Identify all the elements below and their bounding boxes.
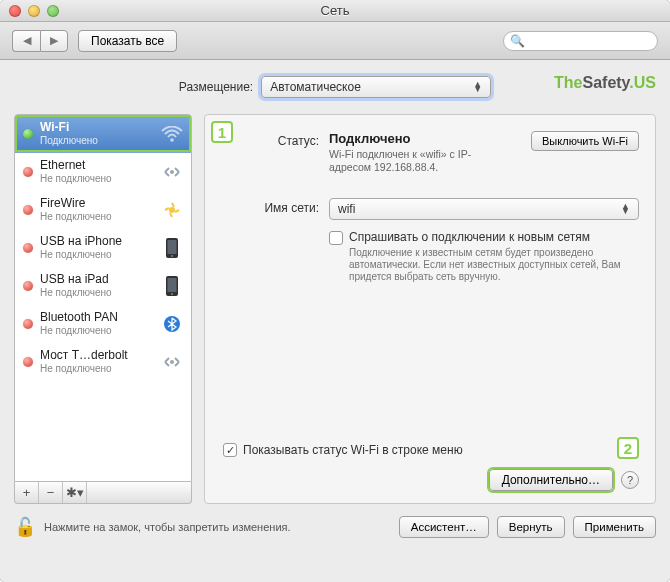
advanced-row: Дополнительно… ? [489,469,639,491]
ethernet-icon [161,351,183,373]
search-icon: 🔍 [510,34,525,48]
service-item-iphone[interactable]: USB на iPadНе подключено [15,267,191,305]
chevron-up-down-icon: ▲▼ [621,204,630,214]
status-detail: Wi-Fi подключен к «wifi» с IP-адресом 19… [329,148,509,174]
ask-new-networks-label: Спрашивать о подключении к новым сетям [349,230,639,244]
chevron-up-down-icon: ▲▼ [473,82,482,92]
network-prefs-window: Сеть ◀ ▶ Показать все 🔍 Размещение: Авто… [0,0,670,582]
wifi-icon [161,123,183,145]
forward-button[interactable]: ▶ [40,30,68,52]
service-name: Wi-Fi [40,121,154,134]
svg-point-0 [170,138,174,142]
assist-button[interactable]: Ассистент… [399,516,489,538]
apply-button[interactable]: Применить [573,516,656,538]
advanced-button[interactable]: Дополнительно… [489,469,613,491]
detail-panel: 1 Статус: Подключено Wi-Fi подключен к «… [204,114,656,504]
status-led-icon [23,167,33,177]
ethernet-icon [161,161,183,183]
service-name: USB на iPhone [40,235,154,248]
services-sidebar: Wi-FiПодключеноEthernetНе подключеноFire… [14,114,192,504]
service-status: Не подключено [40,286,154,299]
svg-point-5 [171,255,173,257]
callout-badge-2: 2 [617,437,639,459]
show-status-checkbox[interactable]: ✓ [223,443,237,457]
bluetooth-icon [161,313,183,335]
service-status: Не подключено [40,248,154,261]
service-actions-button[interactable]: ✱▾ [63,482,87,503]
network-name-label: Имя сети: [221,198,329,220]
ask-new-networks-help: Подключение к известным сетям будет прои… [349,247,639,283]
service-status: Не подключено [40,324,154,337]
svg-point-8 [171,293,173,295]
footer: 🔓 Нажмите на замок, чтобы запретить изме… [14,516,656,538]
body: Wi-FiПодключеноEthernetНе подключеноFire… [14,114,656,504]
service-item-wifi[interactable]: Wi-FiПодключено [15,115,191,153]
svg-point-2 [169,207,175,213]
svg-point-10 [170,360,174,364]
service-name: Bluetooth PAN [40,311,154,324]
location-row: Размещение: Автоматическое ▲▼ TheSafety.… [14,76,656,98]
toolbar: ◀ ▶ Показать все 🔍 [0,22,670,60]
revert-button[interactable]: Вернуть [497,516,565,538]
location-value: Автоматическое [270,80,361,94]
status-led-icon [23,319,33,329]
network-name-value: wifi [338,202,355,216]
status-led-icon [23,243,33,253]
service-name: USB на iPad [40,273,154,286]
location-label: Размещение: [179,80,253,94]
service-name: FireWire [40,197,154,210]
svg-rect-4 [168,240,177,254]
network-name-select[interactable]: wifi ▲▼ [329,198,639,220]
service-item-iphone[interactable]: USB на iPhoneНе подключено [15,229,191,267]
show-all-button[interactable]: Показать все [78,30,177,52]
firewire-icon [161,199,183,221]
show-status-label: Показывать статус Wi-Fi в строке меню [243,443,463,457]
services-list: Wi-FiПодключеноEthernetНе подключеноFire… [14,114,192,482]
titlebar: Сеть [0,0,670,22]
service-item-ethernet[interactable]: EthernetНе подключено [15,153,191,191]
wifi-off-button[interactable]: Выключить Wi-Fi [531,131,639,151]
service-item-ethernet[interactable]: Мост T…derboltНе подключено [15,343,191,381]
lock-text: Нажмите на замок, чтобы запретить измене… [44,521,391,533]
service-status: Не подключено [40,210,154,223]
nav-buttons: ◀ ▶ [12,30,68,52]
callout-badge-1: 1 [211,121,233,143]
service-status: Не подключено [40,362,154,375]
window-title: Сеть [0,3,670,18]
status-led-icon [23,129,33,139]
service-status: Не подключено [40,172,154,185]
lock-icon[interactable]: 🔓 [14,516,36,538]
status-led-icon [23,205,33,215]
help-button[interactable]: ? [621,471,639,489]
service-name: Мост T…derbolt [40,349,154,362]
status-label: Статус: [221,131,329,174]
content: Размещение: Автоматическое ▲▼ TheSafety.… [0,60,670,582]
watermark: TheSafety.US [554,74,656,92]
iphone-icon [161,237,183,259]
remove-service-button[interactable]: − [39,482,63,503]
svg-point-1 [170,170,174,174]
service-item-firewire[interactable]: FireWireНе подключено [15,191,191,229]
ask-new-networks-row: Спрашивать о подключении к новым сетям П… [221,230,639,283]
location-select[interactable]: Автоматическое ▲▼ [261,76,491,98]
status-led-icon [23,281,33,291]
search-input[interactable]: 🔍 [503,31,658,51]
back-button[interactable]: ◀ [12,30,40,52]
svg-rect-7 [168,278,177,292]
iphone-icon [161,275,183,297]
service-status: Подключено [40,134,154,147]
service-name: Ethernet [40,159,154,172]
show-status-row: ✓ Показывать статус Wi-Fi в строке меню [223,442,463,457]
status-value: Подключено [329,131,509,146]
service-item-bluetooth[interactable]: Bluetooth PANНе подключено [15,305,191,343]
ask-new-networks-checkbox[interactable] [329,231,343,245]
status-led-icon [23,357,33,367]
services-list-footer: + − ✱▾ [14,482,192,504]
add-service-button[interactable]: + [15,482,39,503]
